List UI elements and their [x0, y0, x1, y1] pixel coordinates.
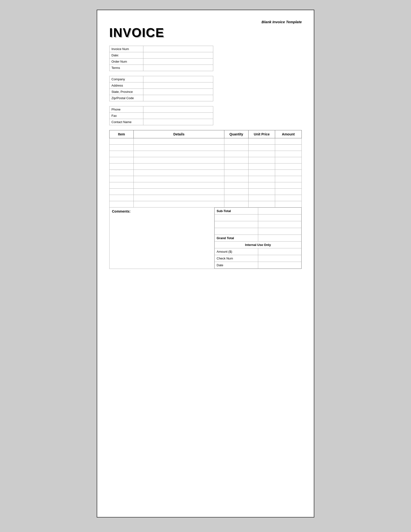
unit-price-cell[interactable] — [249, 170, 275, 176]
totals-area: Sub-TotalGrand TotalInternal Use OnlyAmo… — [215, 208, 301, 269]
amount-cell[interactable] — [275, 163, 302, 170]
amount-cell[interactable] — [275, 151, 302, 157]
field-label: Order Num — [110, 58, 143, 65]
field-value[interactable] — [143, 65, 213, 71]
field-value[interactable] — [143, 119, 213, 125]
internal-row: Check Num — [215, 255, 301, 262]
table-row — [110, 189, 302, 195]
unit-price-cell[interactable] — [249, 145, 275, 151]
table-row — [110, 163, 302, 170]
item-cell[interactable] — [110, 189, 134, 195]
amount-cell[interactable] — [275, 176, 302, 182]
field-label: State, Province — [110, 89, 143, 95]
table-row — [215, 221, 301, 228]
details-cell[interactable] — [134, 195, 224, 201]
invoice-page: Blank Invoice Template INVOICE Invoice N… — [97, 10, 314, 517]
amount-cell[interactable] — [275, 145, 302, 151]
internal-use-header-row: Internal Use Only — [215, 242, 301, 248]
field-label: Terms — [110, 65, 143, 71]
item-cell[interactable] — [110, 138, 134, 145]
quantity-cell[interactable] — [224, 182, 249, 189]
field-value[interactable] — [143, 95, 213, 101]
quantity-cell[interactable] — [224, 170, 249, 176]
grand-total-value[interactable] — [258, 235, 301, 242]
quantity-cell[interactable] — [224, 176, 249, 182]
unit-price-cell[interactable] — [249, 201, 275, 208]
table-row: Company — [110, 76, 213, 83]
internal-field-value[interactable] — [258, 255, 301, 262]
item-cell[interactable] — [110, 182, 134, 189]
details-cell[interactable] — [134, 145, 224, 151]
quantity-cell[interactable] — [224, 145, 249, 151]
unit-price-cell[interactable] — [249, 151, 275, 157]
amount-cell[interactable] — [275, 170, 302, 176]
table-row — [110, 182, 302, 189]
field-label: Company — [110, 76, 143, 83]
unit-price-cell[interactable] — [249, 163, 275, 170]
internal-row: Amount ($) — [215, 248, 301, 255]
unit-price-cell[interactable] — [249, 189, 275, 195]
internal-field-value[interactable] — [258, 262, 301, 269]
unit-price-cell[interactable] — [249, 138, 275, 145]
quantity-cell[interactable] — [224, 151, 249, 157]
unit-price-cell[interactable] — [249, 195, 275, 201]
internal-field-value[interactable] — [258, 248, 301, 255]
item-cell[interactable] — [110, 157, 134, 163]
field-value[interactable] — [143, 46, 213, 52]
item-cell[interactable] — [110, 201, 134, 208]
item-cell[interactable] — [110, 145, 134, 151]
details-cell[interactable] — [134, 163, 224, 170]
details-cell[interactable] — [134, 176, 224, 182]
subtotal-value[interactable] — [258, 208, 301, 215]
field-label: Invoice Num — [110, 46, 143, 52]
quantity-cell[interactable] — [224, 138, 249, 145]
details-cell[interactable] — [134, 151, 224, 157]
amount-cell[interactable] — [275, 189, 302, 195]
amount-cell[interactable] — [275, 138, 302, 145]
details-cell[interactable] — [134, 138, 224, 145]
item-cell[interactable] — [110, 163, 134, 170]
table-row — [215, 215, 301, 221]
details-cell[interactable] — [134, 201, 224, 208]
field-label: Zip/Postal Code — [110, 95, 143, 101]
totals-table: Sub-TotalGrand TotalInternal Use OnlyAmo… — [215, 208, 301, 269]
unit-price-cell[interactable] — [249, 157, 275, 163]
table-row — [110, 145, 302, 151]
amount-cell[interactable] — [275, 201, 302, 208]
details-cell[interactable] — [134, 170, 224, 176]
field-value[interactable] — [143, 83, 213, 89]
field-value[interactable] — [143, 58, 213, 65]
field-value[interactable] — [143, 52, 213, 58]
field-value[interactable] — [143, 113, 213, 119]
details-cell[interactable] — [134, 157, 224, 163]
quantity-cell[interactable] — [224, 189, 249, 195]
item-cell[interactable] — [110, 151, 134, 157]
page-title: Blank Invoice Template — [109, 20, 302, 24]
amount-cell[interactable] — [275, 195, 302, 201]
quantity-cell[interactable] — [224, 157, 249, 163]
info-table-3: PhoneFaxContact Name — [109, 106, 213, 125]
quantity-cell[interactable] — [224, 201, 249, 208]
unit-price-cell[interactable] — [249, 182, 275, 189]
quantity-cell[interactable] — [224, 163, 249, 170]
items-table: Item Details Quantity Unit Price Amount — [109, 130, 302, 208]
unit-price-cell[interactable] — [249, 176, 275, 182]
details-cell[interactable] — [134, 189, 224, 195]
field-value[interactable] — [143, 76, 213, 83]
quantity-cell[interactable] — [224, 195, 249, 201]
bottom-section: Comments: Sub-TotalGrand TotalInternal U… — [109, 208, 302, 269]
amount-cell[interactable] — [275, 157, 302, 163]
field-value[interactable] — [143, 106, 213, 113]
item-cell[interactable] — [110, 176, 134, 182]
col-header-item: Item — [110, 130, 134, 138]
item-cell[interactable] — [110, 195, 134, 201]
field-value[interactable] — [143, 89, 213, 95]
comments-label: Comments: — [112, 209, 131, 213]
internal-use-label: Internal Use Only — [215, 242, 301, 248]
table-row: Phone — [110, 106, 213, 113]
col-header-quantity: Quantity — [224, 130, 249, 138]
amount-cell[interactable] — [275, 182, 302, 189]
grand-total-row: Grand Total — [215, 235, 301, 242]
details-cell[interactable] — [134, 182, 224, 189]
item-cell[interactable] — [110, 170, 134, 176]
